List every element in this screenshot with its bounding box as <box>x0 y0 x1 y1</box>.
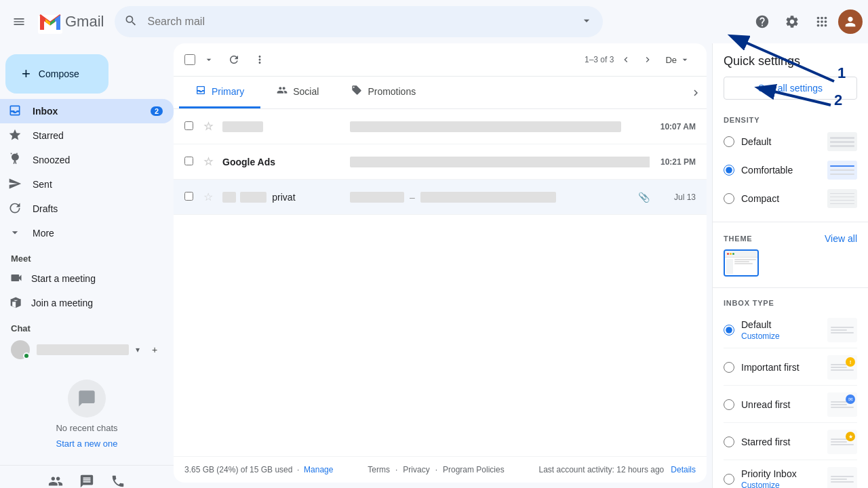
tabs-scroll-right[interactable] <box>685 82 707 104</box>
theme-thumbnails <box>724 249 857 277</box>
density-compact-label[interactable]: Compact <box>724 193 779 204</box>
sidebar-item-snoozed[interactable]: Snoozed <box>0 148 174 172</box>
theme-label: THEME <box>724 235 753 243</box>
table-row[interactable]: ☆ Google Ads ███████████████████████████… <box>174 144 707 180</box>
menu-button[interactable] <box>5 8 33 35</box>
theme-dot-green <box>732 253 734 255</box>
select-all-checkbox[interactable] <box>184 54 195 65</box>
density-comfortable-label[interactable]: Comfortable <box>724 165 793 176</box>
select-dropdown-button[interactable] <box>198 49 220 70</box>
inbox-default-customize[interactable]: Customize <box>741 331 780 341</box>
no-chats-avatar <box>68 380 106 418</box>
view-all-themes-link[interactable]: View all <box>825 233 857 244</box>
unread-badge: ✉ <box>846 394 855 404</box>
help-button[interactable] <box>749 8 776 35</box>
table-row[interactable]: ☆ ██████ ███████████████████████████████… <box>174 109 707 144</box>
email-checkbox-1[interactable] <box>184 121 198 132</box>
toolbar-left <box>184 49 271 70</box>
avatar[interactable] <box>838 9 863 34</box>
star-button-3[interactable]: ☆ <box>203 190 217 203</box>
drafts-label: Drafts <box>33 203 163 214</box>
inbox-label: Inbox <box>33 106 140 117</box>
density-default-icon <box>827 132 857 151</box>
tab-promotions[interactable]: Promotions <box>335 77 432 108</box>
chat-expand-icon[interactable]: ▾ <box>136 345 140 354</box>
settings-button[interactable] <box>778 8 806 35</box>
start-meeting-item[interactable]: Start a meeting <box>0 266 174 291</box>
inbox-starred-label[interactable]: Starred first <box>724 436 790 447</box>
density-default-text: Default <box>741 136 771 147</box>
add-chat-button[interactable]: + <box>146 342 163 358</box>
inbox-default-label[interactable]: Default Customize <box>724 319 780 341</box>
terms-link[interactable]: Terms <box>368 465 390 474</box>
search-icon <box>124 14 138 30</box>
join-meeting-label: Join a meeting <box>31 298 93 308</box>
refresh-button[interactable] <box>222 49 245 70</box>
primary-tab-icon <box>195 85 206 98</box>
inbox-priority-row: Priority Inbox Customize <box>724 462 857 488</box>
video-icon <box>9 271 23 287</box>
inbox-starred-radio[interactable] <box>724 436 734 447</box>
apps-button[interactable] <box>808 8 835 35</box>
tab-social[interactable]: Social <box>260 77 335 108</box>
email-checkbox-2[interactable] <box>184 157 198 167</box>
inbox-type-section: Default Customize Important first <box>713 310 868 488</box>
sidebar-item-starred[interactable]: Starred <box>0 123 174 148</box>
start-new-chat-link[interactable]: Start a new one <box>56 439 117 449</box>
sidebar-item-drafts[interactable]: Drafts <box>0 197 174 221</box>
inbox-badge: 2 <box>151 106 163 116</box>
sort-button[interactable]: De <box>660 52 696 68</box>
density-comfortable-radio[interactable] <box>724 165 734 176</box>
phone-icon[interactable] <box>111 474 125 488</box>
star-button-2[interactable]: ☆ <box>203 155 217 168</box>
inbox-unread-radio[interactable] <box>724 399 734 410</box>
policies-link[interactable]: Program Policies <box>443 465 505 474</box>
inbox-important-radio[interactable] <box>724 362 734 373</box>
manage-link[interactable]: Manage <box>304 465 333 474</box>
snoozed-icon <box>8 152 22 168</box>
sidebar-item-more[interactable]: More <box>0 221 174 245</box>
details-link[interactable]: Details <box>671 465 696 474</box>
density-compact-radio[interactable] <box>724 193 734 204</box>
people-icon[interactable] <box>48 474 63 488</box>
density-default-label[interactable]: Default <box>724 136 771 147</box>
join-meeting-item[interactable]: Join a meeting <box>0 291 174 315</box>
sidebar-item-inbox[interactable]: Inbox 2 <box>0 99 174 123</box>
search-dropdown-icon[interactable] <box>580 14 593 30</box>
rooms-icon[interactable] <box>79 474 94 488</box>
compose-button[interactable]: + Compose <box>5 54 108 94</box>
more-options-button[interactable] <box>248 49 271 70</box>
pagination: 1–3 of 3 <box>585 50 657 69</box>
sidebar-item-sent[interactable]: Sent <box>0 172 174 197</box>
see-all-settings-button[interactable]: See all settings <box>724 77 857 100</box>
inbox-default-radio[interactable] <box>724 325 734 336</box>
inbox-priority-label[interactable]: Priority Inbox Customize <box>724 468 797 488</box>
theme-section: THEME View all <box>713 228 868 282</box>
privacy-link[interactable]: Privacy <box>403 465 429 474</box>
inbox-priority-customize[interactable]: Customize <box>741 481 797 488</box>
select-all-check[interactable] <box>184 54 195 65</box>
start-meeting-label: Start a meeting <box>31 273 96 284</box>
chat-user-item[interactable]: username ▾ + <box>0 336 174 363</box>
theme-bar-1 <box>734 259 756 260</box>
theme-thumbnail-default[interactable] <box>724 249 759 277</box>
density-options: Default Comfortable <box>713 127 868 216</box>
search-input[interactable] <box>115 6 603 37</box>
inbox-important-label[interactable]: Important first <box>724 362 800 373</box>
inbox-unread-text: Unread first <box>741 399 790 410</box>
star-button-1[interactable]: ☆ <box>203 120 217 133</box>
density-default-radio[interactable] <box>724 136 734 147</box>
table-row[interactable]: ☆ ██ ████ privat ██████████ – ██████████… <box>174 180 707 215</box>
meet-section-header: Meet <box>0 245 174 266</box>
more-label: More <box>33 228 163 239</box>
prev-page-button[interactable] <box>616 50 635 69</box>
starred-label: Starred <box>33 130 163 141</box>
inbox-unread-label[interactable]: Unread first <box>724 399 790 410</box>
tab-primary[interactable]: Primary <box>179 77 260 108</box>
starred-icon <box>8 128 22 144</box>
inbox-priority-radio[interactable] <box>724 474 734 485</box>
email-time-3: Jul 13 <box>655 192 696 202</box>
email-checkbox-3[interactable] <box>184 192 198 203</box>
next-page-button[interactable] <box>638 50 657 69</box>
sort-label: De <box>665 55 677 65</box>
